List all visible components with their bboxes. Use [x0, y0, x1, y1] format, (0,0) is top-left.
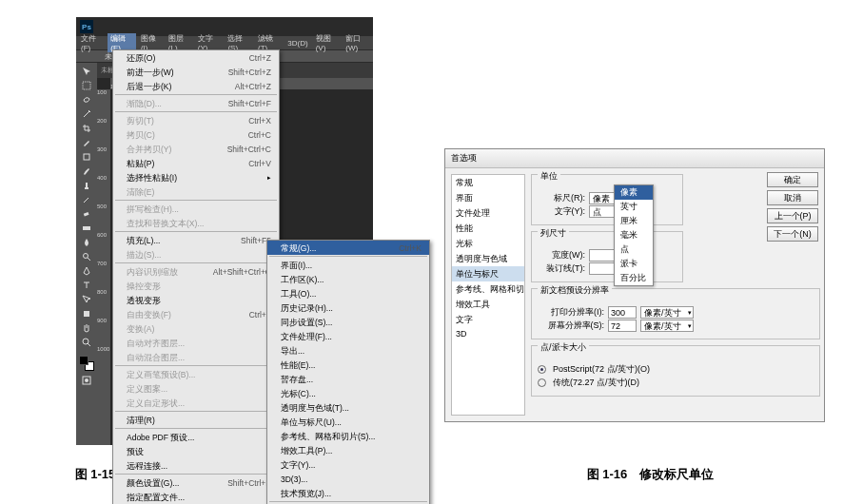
menu-file[interactable]: 文件(F)	[78, 33, 106, 52]
submenu-item[interactable]: 光标(C)...	[267, 386, 429, 400]
screen-res-input[interactable]: 72	[608, 320, 637, 332]
menu-item[interactable]: 清理(R)	[113, 413, 279, 427]
menu-item[interactable]: 内容识别缩放Alt+Shift+Ctrl+C	[113, 264, 279, 279]
pref-side-item[interactable]: 文字	[452, 312, 524, 327]
screen-res-unit[interactable]: 像素/英寸	[640, 320, 694, 332]
menu-item[interactable]: 渐隐(D)...Shift+Ctrl+F	[113, 96, 279, 110]
menu-item[interactable]: 远程连接...	[113, 458, 279, 473]
menu-item[interactable]: Adobe PDF 预设...	[113, 430, 279, 444]
path-tool-icon[interactable]	[78, 293, 95, 306]
menu-item[interactable]: 自动混合图层...	[113, 350, 279, 364]
pica-opt-traditional[interactable]: 传统(72.27 点/英寸)(D)	[538, 377, 814, 389]
unit-option[interactable]: 厘米	[615, 214, 653, 228]
menu-item[interactable]: 操控变形	[113, 279, 279, 293]
eraser-tool-icon[interactable]	[78, 207, 95, 221]
submenu-item[interactable]: 透明度与色域(T)...	[267, 400, 429, 415]
submenu-item[interactable]: 文件处理(F)...	[267, 329, 429, 343]
menu-item[interactable]: 选择性粘贴(I)	[113, 170, 279, 184]
history-brush-icon[interactable]	[78, 193, 95, 206]
pref-side-item[interactable]: 增效工具	[452, 297, 524, 312]
submenu-item[interactable]: 历史记录(H)...	[267, 300, 429, 315]
menu-item[interactable]: 拼写检查(H)...	[113, 202, 279, 216]
pref-side-item[interactable]: 光标	[452, 236, 524, 251]
wand-tool-icon[interactable]	[78, 107, 95, 121]
ok-button[interactable]: 确定	[767, 172, 818, 187]
menu-item[interactable]: 预设	[113, 444, 279, 458]
menu-item[interactable]: 查找和替换文本(X)...	[113, 216, 279, 230]
color-swatch-icon[interactable]	[78, 354, 95, 373]
menu-item[interactable]: 定义图案...	[113, 381, 279, 396]
unit-option[interactable]: 点	[615, 242, 653, 257]
menu-item[interactable]: 自动对齐图层...	[113, 336, 279, 350]
pref-side-item[interactable]: 参考线、网格和切片	[452, 281, 524, 297]
submenu-item[interactable]: 性能(E)...	[267, 358, 429, 372]
pica-opt-postscript[interactable]: PostScript(72 点/英寸)(O)	[538, 363, 814, 376]
stamp-tool-icon[interactable]	[78, 179, 95, 192]
menu-item[interactable]: 定义画笔预设(B)...	[113, 367, 279, 381]
submenu-item[interactable]: 常规(G)...Ctrl+K	[267, 241, 429, 255]
submenu-item[interactable]: 技术预览(J)...	[267, 486, 429, 500]
prev-button[interactable]: 上一个(P)	[767, 208, 818, 223]
eyedropper-tool-icon[interactable]	[78, 136, 95, 149]
menu-window[interactable]: 窗口(W)	[343, 33, 373, 52]
lasso-tool-icon[interactable]	[78, 93, 95, 107]
unit-option[interactable]: 像素	[615, 185, 653, 200]
submenu-item[interactable]: 单位与标尺(U)...	[267, 415, 429, 429]
menu-item[interactable]: 清除(E)	[113, 184, 279, 199]
cancel-button[interactable]: 取消	[767, 190, 818, 205]
next-button[interactable]: 下一个(N)	[767, 226, 818, 242]
submenu-item[interactable]: 文字(Y)...	[267, 457, 429, 472]
brush-tool-icon[interactable]	[78, 165, 95, 178]
pref-side-item[interactable]: 文件处理	[452, 205, 524, 221]
submenu-item[interactable]: 工具(O)...	[267, 286, 429, 300]
menu-item[interactable]: 剪切(T)Ctrl+X	[113, 113, 279, 127]
submenu-item[interactable]: 同步设置(S)...	[267, 315, 429, 329]
menu-item[interactable]: 拷贝(C)Ctrl+C	[113, 127, 279, 142]
hand-tool-icon[interactable]	[78, 321, 95, 335]
menu-item[interactable]: 后退一步(K)Alt+Ctrl+Z	[113, 79, 279, 93]
print-res-unit[interactable]: 像素/英寸	[640, 306, 694, 319]
menu-item[interactable]: 透视变形	[113, 293, 279, 307]
submenu-item[interactable]: 工作区(K)...	[267, 272, 429, 286]
menu-item[interactable]: 指定配置文件...	[113, 490, 279, 504]
unit-option[interactable]: 毫米	[615, 228, 653, 242]
shape-tool-icon[interactable]	[78, 307, 95, 320]
marquee-tool-icon[interactable]	[78, 79, 95, 92]
pref-side-item[interactable]: 常规	[452, 175, 524, 190]
submenu-item[interactable]: 暂存盘...	[267, 372, 429, 386]
menu-item[interactable]: 颜色设置(G)...Shift+Ctrl+K	[113, 475, 279, 490]
menu-item[interactable]: 前进一步(W)Shift+Ctrl+Z	[113, 65, 279, 79]
crop-tool-icon[interactable]	[78, 122, 95, 135]
heal-tool-icon[interactable]	[78, 150, 95, 164]
menu-item[interactable]: 描边(S)...	[113, 247, 279, 262]
menu-item[interactable]: 合并拷贝(Y)Shift+Ctrl+C	[113, 142, 279, 156]
blur-tool-icon[interactable]	[78, 236, 95, 249]
submenu-item[interactable]: 增效工具(P)...	[267, 443, 429, 457]
quickmask-icon[interactable]	[78, 374, 95, 387]
submenu-item[interactable]: 参考线、网格和切片(S)...	[267, 429, 429, 443]
menu-item[interactable]: 还原(O)Ctrl+Z	[113, 50, 279, 65]
menu-3d[interactable]: 3D(D)	[284, 39, 310, 48]
pref-side-item[interactable]: 透明度与色域	[452, 251, 524, 266]
pen-tool-icon[interactable]	[78, 264, 95, 278]
menu-item[interactable]: 自由变换(F)Ctrl+T	[113, 307, 279, 321]
menu-view[interactable]: 视图(V)	[313, 33, 342, 52]
submenu-item[interactable]: 界面(I)...	[267, 258, 429, 272]
zoom-tool-icon[interactable]	[78, 336, 95, 349]
move-tool-icon[interactable]	[78, 65, 95, 78]
submenu-item[interactable]: 导出...	[267, 343, 429, 358]
unit-option[interactable]: 英寸	[615, 200, 653, 214]
gradient-tool-icon[interactable]	[78, 222, 95, 235]
menu-item[interactable]: 变换(A)	[113, 321, 279, 336]
menu-item[interactable]: 填充(L)...Shift+F5	[113, 233, 279, 247]
unit-option[interactable]: 派卡	[615, 257, 653, 271]
menu-item[interactable]: 粘贴(P)Ctrl+V	[113, 156, 279, 170]
unit-option[interactable]: 百分比	[615, 271, 653, 285]
pref-side-item[interactable]: 性能	[452, 221, 524, 236]
dodge-tool-icon[interactable]	[78, 250, 95, 263]
type-tool-icon[interactable]	[78, 279, 95, 292]
pref-side-item[interactable]: 界面	[452, 190, 524, 205]
pref-side-item[interactable]: 3D	[452, 327, 524, 339]
pref-side-item[interactable]: 单位与标尺	[452, 266, 524, 281]
menu-item[interactable]: 定义自定形状...	[113, 396, 279, 410]
